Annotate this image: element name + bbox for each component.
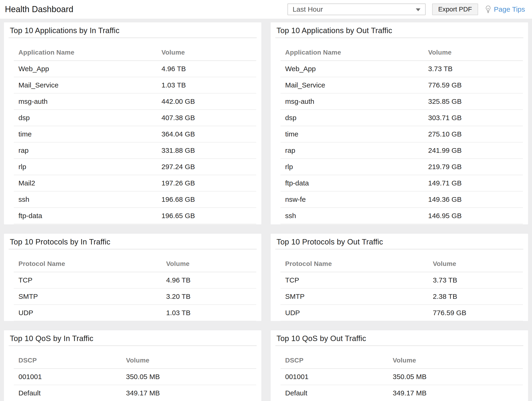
volume-cell: 3.73 TB (428, 276, 523, 284)
volume-cell: 196.65 GB (157, 212, 256, 220)
panel-top10-protocols-in-traffic: Top 10 Protocols by In Traffic Protocol … (4, 234, 261, 321)
app-name-cell: nsw-fe (280, 195, 424, 203)
table-row: 001001350.05 MB (280, 369, 523, 385)
table-header-row: Protocol Name Volume (280, 249, 523, 272)
panel-top10-apps-in-traffic: Top 10 Applications by In Traffic Applic… (4, 22, 261, 224)
table-row: nsw-fe149.36 GB (280, 192, 523, 208)
volume-cell: 4.96 TB (161, 276, 256, 284)
volume-cell: 149.36 GB (424, 195, 523, 203)
app-name-cell: dsp (280, 114, 424, 122)
volume-cell: 1.03 TB (161, 309, 256, 317)
protocol-name-cell: SMTP (280, 293, 428, 301)
app-name-cell: Web_App (280, 65, 424, 73)
volume-cell: 442.00 GB (157, 98, 256, 106)
time-range-value: Last Hour (293, 5, 323, 13)
volume-cell: 3.20 TB (161, 293, 256, 301)
table-row: rap331.88 GB (14, 143, 256, 159)
volume-cell: 349.17 MB (388, 389, 523, 397)
page-tips-link[interactable]: Page Tips (485, 5, 525, 13)
app-name-cell: rlp (14, 163, 157, 171)
table-row: rap241.99 GB (280, 143, 523, 159)
protocol-name-cell: SMTP (14, 293, 161, 301)
panel-title: Top 10 QoS by Out Traffic (275, 330, 523, 346)
table-row: msg-auth442.00 GB (14, 94, 256, 110)
table-row: UDP1.03 TB (14, 305, 256, 321)
panel-title: Top 10 Protocols by Out Traffic (275, 234, 523, 249)
column-header-name: Protocol Name (280, 260, 428, 268)
header-controls: Last Hour Export PDF Page Tips (287, 4, 525, 15)
app-name-cell: time (280, 130, 424, 138)
table-row: rlp297.24 GB (14, 159, 256, 175)
top10-apps-out-table: Application Name Volume Web_App3.73 TB M… (280, 38, 523, 224)
column-header-volume: Volume (121, 357, 256, 364)
table-row: SMTP3.20 TB (14, 288, 256, 305)
table-row: ftp-data196.65 GB (14, 208, 256, 224)
page-title: Health Dashboard (5, 4, 73, 14)
column-header-volume: Volume (157, 49, 256, 56)
table-row: dsp407.38 GB (14, 110, 256, 126)
volume-cell: 275.10 GB (424, 130, 523, 138)
panel-title: Top 10 Applications by In Traffic (9, 22, 257, 38)
protocol-name-cell: UDP (14, 309, 161, 317)
table-header-row: DSCP Volume (280, 346, 523, 369)
table-row: Mail_Service776.59 GB (280, 77, 523, 94)
volume-cell: 3.73 TB (424, 65, 523, 73)
app-name-cell: dsp (14, 114, 157, 122)
app-name-cell: ftp-data (280, 179, 424, 187)
app-name-cell: ssh (280, 212, 424, 220)
export-pdf-label: Export PDF (438, 6, 472, 13)
volume-cell: 297.24 GB (157, 163, 256, 171)
table-header-row: Application Name Volume (14, 38, 256, 61)
panel-title: Top 10 QoS by In Traffic (9, 330, 257, 346)
volume-cell: 146.95 GB (424, 212, 523, 220)
app-name-cell: Mail_Service (14, 81, 157, 89)
protocol-name-cell: UDP (280, 309, 428, 317)
volume-cell: 219.79 GB (424, 163, 523, 171)
panel-top10-protocols-out-traffic: Top 10 Protocols by Out Traffic Protocol… (271, 234, 528, 321)
time-range-dropdown[interactable]: Last Hour (287, 4, 426, 15)
app-name-cell: Mail2 (14, 179, 157, 187)
app-name-cell: rlp (280, 163, 424, 171)
column-header-name: Protocol Name (14, 260, 161, 268)
lightbulb-icon (485, 5, 492, 13)
table-row: rlp219.79 GB (280, 159, 523, 175)
table-row: time364.04 GB (14, 126, 256, 143)
app-name-cell: rap (14, 146, 157, 154)
dscp-cell: Default (14, 389, 121, 397)
table-row: Web_App3.73 TB (280, 61, 523, 77)
panel-top10-qos-out-traffic: Top 10 QoS by Out Traffic DSCP Volume 00… (271, 330, 528, 401)
panel-top10-qos-in-traffic: Top 10 QoS by In Traffic DSCP Volume 001… (4, 330, 261, 401)
app-name-cell: msg-auth (14, 98, 157, 106)
table-row: UDP776.59 GB (280, 305, 523, 321)
page-header: Health Dashboard Last Hour Export PDF Pa… (0, 0, 532, 19)
column-header-dscp: DSCP (14, 357, 121, 364)
top10-apps-in-table: Application Name Volume Web_App4.96 TB M… (14, 38, 256, 224)
dscp-cell: 001001 (280, 373, 388, 381)
panel-top10-apps-out-traffic: Top 10 Applications by Out Traffic Appli… (271, 22, 528, 224)
app-name-cell: rap (280, 146, 424, 154)
table-row: Mail_Service1.03 TB (14, 77, 256, 94)
volume-cell: 325.85 GB (424, 98, 523, 106)
volume-cell: 196.68 GB (157, 195, 256, 203)
volume-cell: 364.04 GB (157, 130, 256, 138)
volume-cell: 4.96 TB (157, 65, 256, 73)
volume-cell: 149.71 GB (424, 179, 523, 187)
table-row: msg-auth325.85 GB (280, 94, 523, 110)
table-row: 001001350.05 MB (14, 369, 256, 385)
protocol-name-cell: TCP (14, 276, 161, 284)
table-row: ssh146.95 GB (280, 208, 523, 224)
volume-cell: 407.38 GB (157, 114, 256, 122)
top10-protocols-in-table: Protocol Name Volume TCP4.96 TB SMTP3.20… (14, 249, 256, 321)
table-header-row: Protocol Name Volume (14, 249, 256, 272)
table-row: Default349.17 MB (14, 385, 256, 401)
table-header-row: DSCP Volume (14, 346, 256, 369)
export-pdf-button[interactable]: Export PDF (432, 4, 478, 15)
volume-cell: 303.71 GB (424, 114, 523, 122)
column-header-dscp: DSCP (280, 357, 388, 364)
app-name-cell: ssh (14, 195, 157, 203)
table-row: SMTP2.38 TB (280, 288, 523, 305)
dscp-cell: Default (280, 389, 388, 397)
app-name-cell: ftp-data (14, 212, 157, 220)
table-row: TCP3.73 TB (280, 272, 523, 288)
protocol-name-cell: TCP (280, 276, 428, 284)
